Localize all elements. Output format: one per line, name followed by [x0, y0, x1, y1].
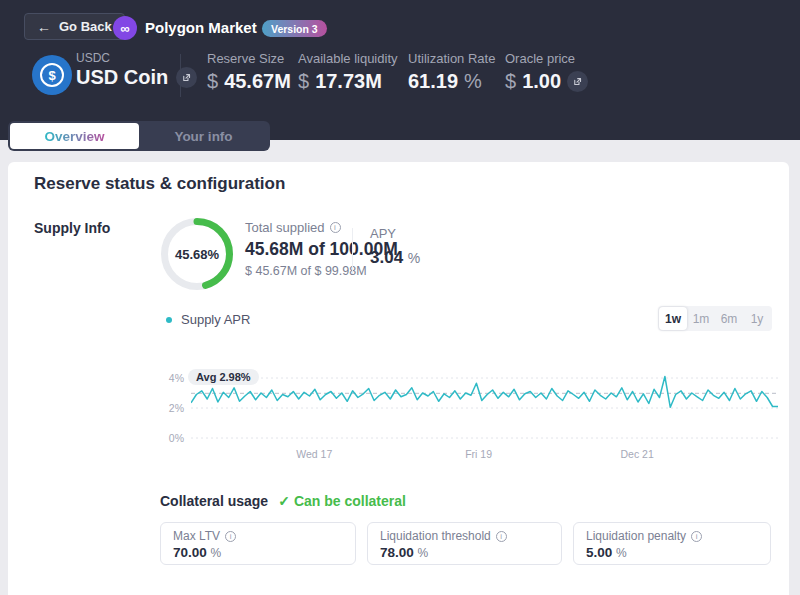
- liquidation-threshold-box: Liquidation threshold 78.00 %: [367, 522, 562, 565]
- range-1w[interactable]: 1w: [659, 307, 687, 330]
- avg-apr-pill: Avg 2.98%: [188, 369, 259, 385]
- ytick-2: 2%: [158, 402, 184, 414]
- asset-name: USD Coin: [76, 66, 168, 89]
- currency-symbol: $: [298, 70, 309, 93]
- apy-unit: %: [408, 250, 420, 266]
- time-range-selector: 1w 1m 6m 1y: [658, 306, 772, 331]
- tab-overview[interactable]: Overview: [10, 123, 139, 149]
- stat-label: Utilization Rate: [408, 51, 495, 66]
- supply-info-label: Supply Info: [34, 220, 110, 236]
- max-ltv-box: Max LTV 70.00 %: [160, 522, 356, 565]
- collateral-usage-row: Collateral usage ✓ Can be collateral: [160, 493, 406, 509]
- info-icon[interactable]: [691, 531, 702, 542]
- stat-label: Oracle price: [505, 51, 588, 66]
- ytick-0: 0%: [158, 432, 184, 444]
- apr-chart: 4% 2% 0% Avg 2.98% Wed 17 Fri 19 Dec 21: [158, 352, 783, 467]
- reserve-config-card: Reserve status & configuration Supply In…: [8, 162, 789, 595]
- unit: %: [418, 546, 429, 560]
- ytick-4: 4%: [158, 372, 184, 384]
- reserve-page: ← Go Back ∞ Polygon Market Version 3 $ U…: [0, 0, 800, 595]
- liquidation-penalty-label: Liquidation penalty: [586, 529, 686, 543]
- stat-value: 45.67M: [224, 70, 291, 93]
- stat-reserve-size: Reserve Size $45.67M: [207, 51, 291, 93]
- xtick-fri19: Fri 19: [449, 448, 509, 460]
- range-1m[interactable]: 1m: [687, 307, 715, 330]
- collateral-status-label: Can be collateral: [294, 493, 406, 509]
- currency-symbol: $: [207, 70, 218, 93]
- apy-divider: [352, 228, 353, 274]
- polygon-glyph: ∞: [120, 21, 129, 36]
- check-icon: ✓: [278, 493, 290, 509]
- unit: %: [616, 546, 627, 560]
- info-icon[interactable]: [330, 222, 341, 233]
- collateral-usage-label: Collateral usage: [160, 493, 268, 509]
- market-title: Polygon Market: [145, 19, 257, 36]
- gauge-percent: 45.68%: [160, 217, 234, 291]
- supply-gauge: 45.68%: [160, 217, 234, 291]
- stat-value: 1.00: [522, 70, 561, 93]
- collateral-status: ✓ Can be collateral: [278, 493, 406, 509]
- stat-utilization-rate: Utilization Rate 61.19%: [408, 51, 495, 93]
- tab-your-info[interactable]: Your info: [139, 123, 268, 149]
- market-header: ← Go Back ∞ Polygon Market Version 3 $ U…: [0, 0, 800, 140]
- stat-value: 17.73M: [315, 70, 382, 93]
- stat-label: Reserve Size: [207, 51, 291, 66]
- header-divider: [180, 54, 181, 97]
- legend-label: Supply APR: [181, 312, 250, 327]
- liquidation-penalty-box: Liquidation penalty 5.00 %: [573, 522, 771, 565]
- apy-value: 3.04: [370, 248, 403, 267]
- polygon-icon: ∞: [113, 16, 137, 40]
- xtick-dec21: Dec 21: [607, 448, 667, 460]
- unit: %: [211, 546, 222, 560]
- usdc-icon: $: [32, 55, 72, 95]
- info-icon[interactable]: [225, 531, 236, 542]
- tab-overview-label: Overview: [44, 129, 104, 144]
- liquidation-threshold-label: Liquidation threshold: [380, 529, 491, 543]
- range-1y[interactable]: 1y: [743, 307, 771, 330]
- info-icon[interactable]: [496, 531, 507, 542]
- back-arrow-icon: ←: [37, 19, 51, 35]
- card-title: Reserve status & configuration: [34, 174, 285, 194]
- liquidation-threshold-value: 78.00: [380, 545, 414, 560]
- oracle-external-link-icon[interactable]: [567, 71, 588, 92]
- legend-dot-icon: [166, 317, 172, 323]
- max-ltv-label: Max LTV: [173, 529, 220, 543]
- tab-bar: Overview Your info: [8, 121, 270, 151]
- go-back-button[interactable]: ← Go Back: [24, 13, 125, 40]
- apy-label: APY: [370, 226, 396, 241]
- go-back-label: Go Back: [59, 19, 112, 34]
- version-badge: Version 3: [262, 20, 327, 37]
- tab-your-info-label: Your info: [174, 129, 232, 144]
- stat-oracle-price: Oracle price $1.00: [505, 51, 588, 93]
- stat-value: 61.19: [408, 70, 458, 93]
- total-supplied-label: Total supplied: [245, 220, 325, 235]
- stat-label: Available liquidity: [298, 51, 398, 66]
- apr-legend: Supply APR: [166, 312, 250, 327]
- currency-symbol: $: [505, 70, 516, 93]
- percent-symbol: %: [464, 70, 482, 93]
- asset-symbol: USDC: [76, 51, 110, 65]
- range-6m[interactable]: 6m: [715, 307, 743, 330]
- apr-chart-svg: [191, 352, 778, 444]
- xtick-wed17: Wed 17: [284, 448, 344, 460]
- liquidation-penalty-value: 5.00: [586, 545, 612, 560]
- stat-available-liquidity: Available liquidity $17.73M: [298, 51, 398, 93]
- usdc-dollar-glyph: $: [40, 63, 64, 87]
- max-ltv-value: 70.00: [173, 545, 207, 560]
- apy-block: APY 3.04 %: [370, 226, 420, 268]
